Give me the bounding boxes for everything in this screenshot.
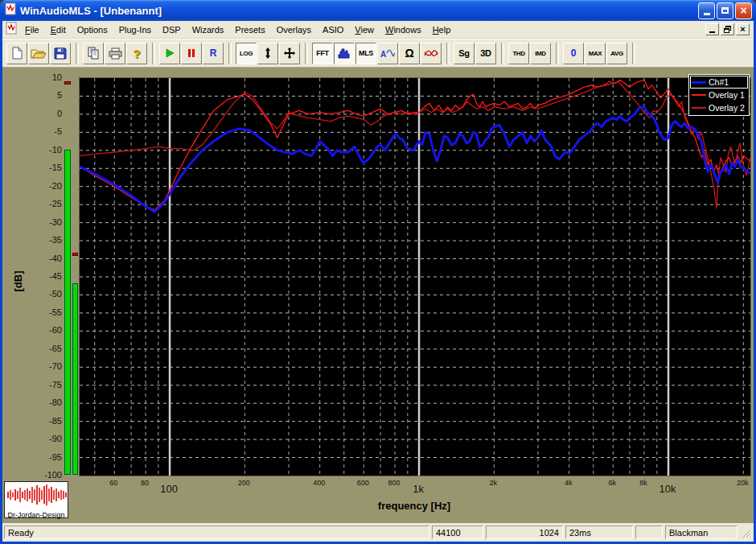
zero-button-label: 0: [571, 47, 576, 59]
max-button[interactable]: MAX: [585, 43, 606, 64]
x-tick-label-minor: 2k: [479, 479, 507, 487]
vfit-icon: [263, 47, 273, 60]
level-meter-bar-2: [72, 283, 78, 475]
y-tick-label: -85: [33, 415, 62, 427]
avg-button[interactable]: AVG: [606, 43, 627, 64]
fit-vertical-button[interactable]: [257, 43, 278, 64]
log-scale-button-label: LOG: [240, 50, 253, 57]
toolbar-separator: [305, 43, 308, 64]
spectrum-button[interactable]: [334, 43, 355, 64]
y-tick-label: -45: [33, 270, 62, 282]
menu-item-file[interactable]: File: [19, 23, 45, 37]
save-button[interactable]: [50, 43, 71, 64]
record-button-label: R: [210, 47, 216, 59]
y-tick-label: 5: [33, 89, 62, 101]
legend-item-overlay-2[interactable]: Overlay 2: [690, 101, 748, 114]
resize-grip[interactable]: [740, 525, 752, 539]
title-bar[interactable]: WinAudioMLS - [Unbenannt] ×: [0, 0, 756, 21]
legend-label: Overlay 1: [709, 90, 745, 100]
pause-button[interactable]: [181, 43, 202, 64]
y-tick-label: -50: [33, 288, 62, 299]
avg-button-label: AVG: [610, 50, 623, 57]
y-tick-label: 0: [33, 108, 62, 119]
maximize-icon: [721, 7, 729, 14]
impedance-button-label: Ω: [405, 47, 414, 60]
overlay-curves-button[interactable]: [421, 43, 442, 64]
status-samplerate: 44100: [432, 525, 483, 539]
zero-button[interactable]: 0: [563, 43, 584, 64]
y-tick-label: -40: [33, 253, 62, 264]
y-tick-label: -70: [33, 361, 62, 372]
print-button[interactable]: [105, 43, 125, 64]
y-tick-label: -25: [33, 198, 62, 209]
3d-button-label: 3D: [480, 48, 491, 58]
max-button-label: MAX: [589, 50, 602, 57]
level-meter-peak-1: [64, 81, 71, 84]
menu-item-asio[interactable]: ASIO: [317, 23, 349, 37]
play-button[interactable]: [159, 43, 180, 64]
toolbar-separator: [556, 43, 559, 64]
signal-generator-button-label: Sg: [458, 48, 469, 58]
y-tick-label: -95: [33, 451, 62, 463]
brand-logo: Dr-Jordan-Design: [4, 481, 68, 518]
menu-items: FileEditOptionsPlug-InsDSPWizardsPresets…: [19, 23, 456, 37]
fft-button[interactable]: FFT: [312, 43, 333, 64]
menu-item-windows[interactable]: Windows: [380, 23, 427, 37]
menu-bar: FileEditOptionsPlug-InsDSPWizardsPresets…: [2, 21, 754, 39]
menu-item-overlays[interactable]: Overlays: [271, 23, 317, 37]
record-button[interactable]: R: [203, 43, 224, 64]
save-icon: [54, 47, 67, 60]
mls-button[interactable]: MLS: [355, 43, 376, 64]
document-icon[interactable]: [5, 22, 18, 38]
open-file-button[interactable]: [28, 43, 49, 64]
x-tick-label-minor: 60: [100, 479, 127, 487]
app-icon: [4, 2, 17, 19]
pan-button[interactable]: [279, 43, 300, 64]
level-meter-bar-1: [64, 150, 71, 475]
menu-item-edit[interactable]: Edit: [45, 23, 72, 37]
status-window-function: Blackman: [665, 525, 738, 539]
mdi-close-button[interactable]: ×: [736, 23, 750, 35]
mdi-window-buttons: ×: [705, 23, 751, 35]
menu-item-view[interactable]: View: [349, 23, 380, 37]
fft-button-label: FFT: [316, 49, 328, 57]
copy-button[interactable]: [83, 43, 104, 64]
new-file-button[interactable]: [6, 43, 27, 64]
minimize-icon: [704, 13, 710, 15]
signal-generator-button[interactable]: Sg: [454, 43, 475, 64]
legend-item-overlay-1[interactable]: Overlay 1: [690, 89, 748, 101]
mdi-minimize-button[interactable]: [705, 23, 719, 35]
copy-icon: [87, 47, 100, 60]
menu-item-wizards[interactable]: Wizards: [187, 23, 230, 37]
thd-button[interactable]: THD: [508, 43, 529, 64]
maximize-button[interactable]: [717, 2, 733, 19]
minimize-button[interactable]: [698, 2, 715, 19]
y-tick-label: -30: [33, 216, 62, 228]
mdi-restore-icon: [724, 26, 732, 33]
x-axis-title: frequency [Hz]: [79, 500, 750, 512]
imd-button[interactable]: IMD: [530, 43, 551, 64]
y-tick-label: -65: [33, 343, 62, 354]
help-button[interactable]: ?: [126, 43, 147, 64]
plot-area[interactable]: [79, 77, 751, 476]
log-scale-button[interactable]: LOG: [236, 43, 257, 64]
sine-button[interactable]: A: [377, 43, 398, 64]
legend-item-ch-1[interactable]: Ch#1: [690, 76, 748, 89]
mdi-restore-button[interactable]: [721, 23, 734, 35]
menu-item-help[interactable]: Help: [427, 23, 457, 37]
y-tick-label: 10: [33, 72, 62, 83]
menu-item-dsp[interactable]: DSP: [157, 23, 187, 37]
menu-item-plug-ins[interactable]: Plug-Ins: [113, 23, 157, 37]
y-tick-label: -80: [33, 397, 62, 408]
print-icon: [109, 47, 122, 60]
status-message: Ready: [4, 525, 429, 539]
menu-item-options[interactable]: Options: [72, 23, 113, 37]
chart-workspace: [dB] 1050-5-10-15-20-25-30-35-40-45-50-5…: [2, 68, 754, 523]
toolbar-separator: [446, 43, 450, 64]
y-tick-label: -55: [33, 307, 62, 318]
close-button[interactable]: ×: [735, 2, 752, 19]
impedance-button[interactable]: Ω: [399, 43, 420, 64]
menu-item-presets[interactable]: Presets: [229, 23, 270, 37]
3d-button[interactable]: 3D: [475, 43, 496, 64]
x-tick-label-minor: 6k: [598, 479, 626, 487]
